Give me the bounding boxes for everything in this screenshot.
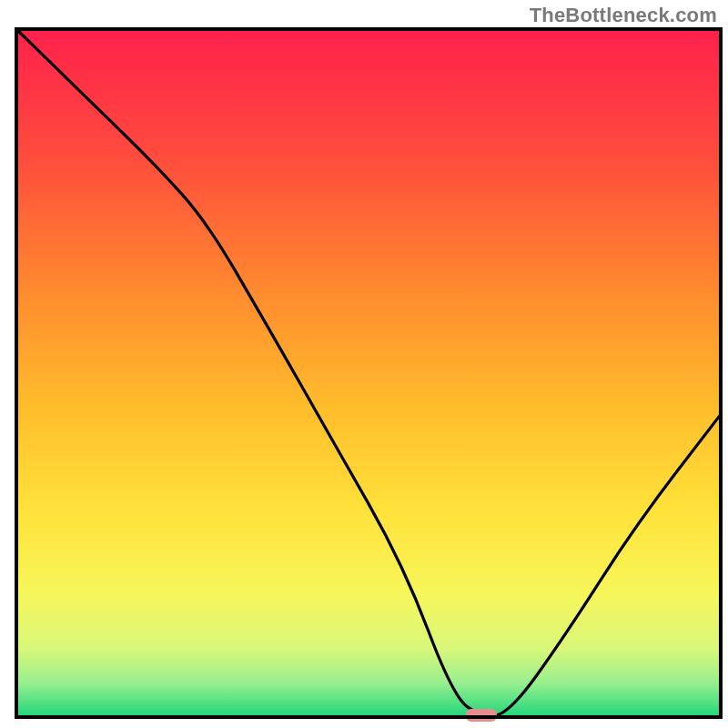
bottleneck-chart: [0, 0, 728, 728]
chart-container: TheBottleneck.com: [0, 0, 728, 728]
watermark-text: TheBottleneck.com: [530, 4, 717, 27]
